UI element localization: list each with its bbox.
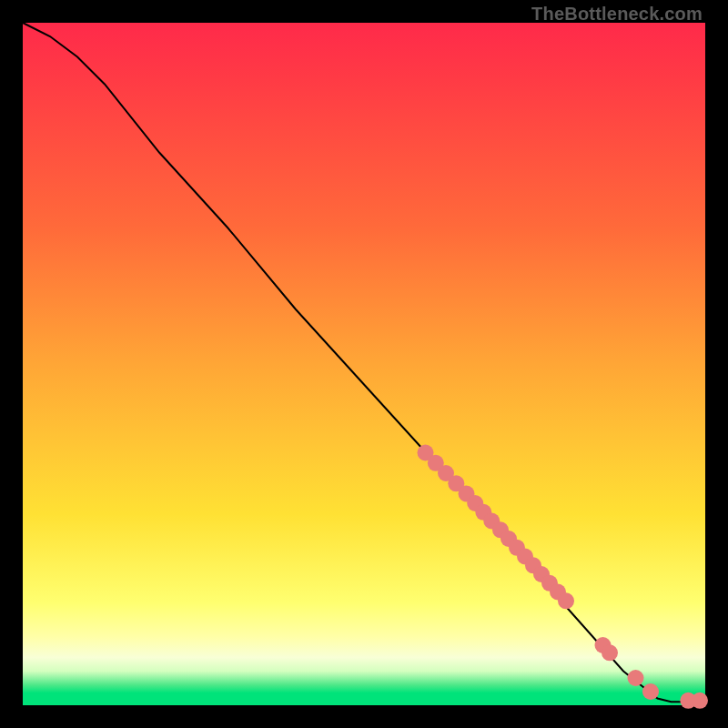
watermark-text: TheBottleneck.com — [531, 4, 703, 25]
data-point — [602, 644, 618, 661]
data-point — [628, 670, 644, 686]
data-points-group — [418, 445, 709, 709]
data-point — [692, 693, 708, 709]
bottleneck-curve — [23, 23, 705, 702]
data-point — [642, 683, 659, 700]
data-point — [558, 592, 574, 609]
plot-area — [23, 23, 705, 705]
chart-svg — [23, 23, 705, 705]
chart-stage: TheBottleneck.com — [0, 0, 728, 728]
